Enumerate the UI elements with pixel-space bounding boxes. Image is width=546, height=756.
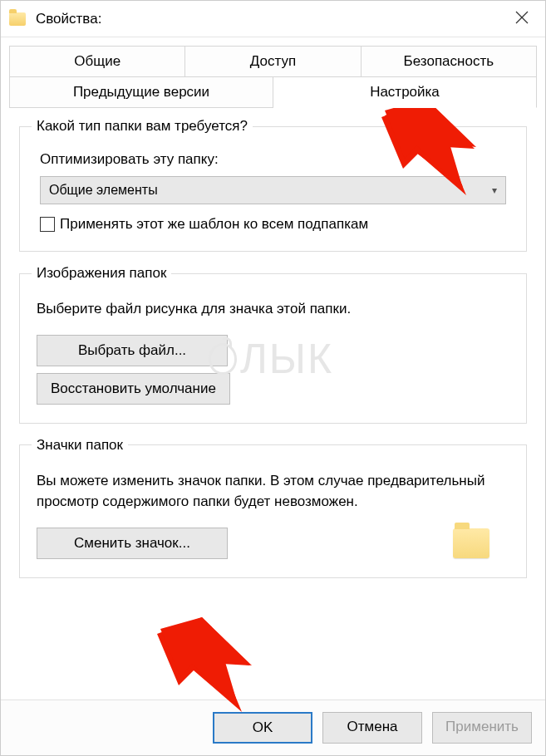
optimize-label: Оптимизировать эту папку: [40,151,514,168]
close-icon [515,11,529,24]
ok-button[interactable]: OK [213,712,312,744]
folder-icons-desc: Вы можете изменить значок папки. В этом … [37,470,509,513]
tab-general[interactable]: Общие [9,46,185,77]
apply-subfolders-label: Применять этот же шаблон ко всем подпапк… [60,216,368,233]
tab-security[interactable]: Безопасность [362,46,537,77]
apply-subfolders-checkbox[interactable]: Применять этот же шаблон ко всем подпапк… [40,216,514,233]
restore-default-button[interactable]: Восстановить умолчание [37,373,230,405]
tab-customize[interactable]: Настройка [273,77,537,108]
dialog-buttons: OK Отмена Применить [1,700,545,755]
properties-dialog: Свойства: Общие Доступ Безопасность Пред… [0,0,546,756]
window-title: Свойства: [36,11,507,27]
choose-file-button[interactable]: Выбрать файл... [37,335,228,366]
tabs: Общие Доступ Безопасность Предыдущие вер… [1,37,545,108]
cancel-button[interactable]: Отмена [322,712,422,744]
checkbox-box [40,217,55,232]
chevron-down-icon: ▾ [492,184,497,196]
folder-preview-icon [453,528,489,558]
optimize-dropdown-value: Общие элементы [49,183,158,198]
group-folder-icons: Значки папок Вы можете изменить значок п… [19,437,527,578]
group-folder-type-legend: Какой тип папки вам требуется? [32,118,253,135]
group-folder-type: Какой тип папки вам требуется? Оптимизир… [19,118,527,252]
group-folder-images-legend: Изображения папок [32,265,171,282]
tab-sharing[interactable]: Доступ [185,46,361,77]
folder-icon [9,12,26,26]
close-button[interactable] [507,6,537,32]
titlebar: Свойства: [1,1,545,37]
group-folder-icons-legend: Значки папок [32,437,128,454]
change-icon-button[interactable]: Сменить значок... [37,528,228,559]
group-folder-images: Изображения папок Выберите файл рисунка … [19,265,527,424]
tab-content: Какой тип папки вам требуется? Оптимизир… [1,108,545,700]
optimize-dropdown[interactable]: Общие элементы ▾ [40,176,506,204]
tab-previous-versions[interactable]: Предыдущие версии [9,77,273,108]
apply-button[interactable]: Применить [432,712,532,744]
folder-images-desc: Выберите файл рисунка для значка этой па… [37,298,509,320]
